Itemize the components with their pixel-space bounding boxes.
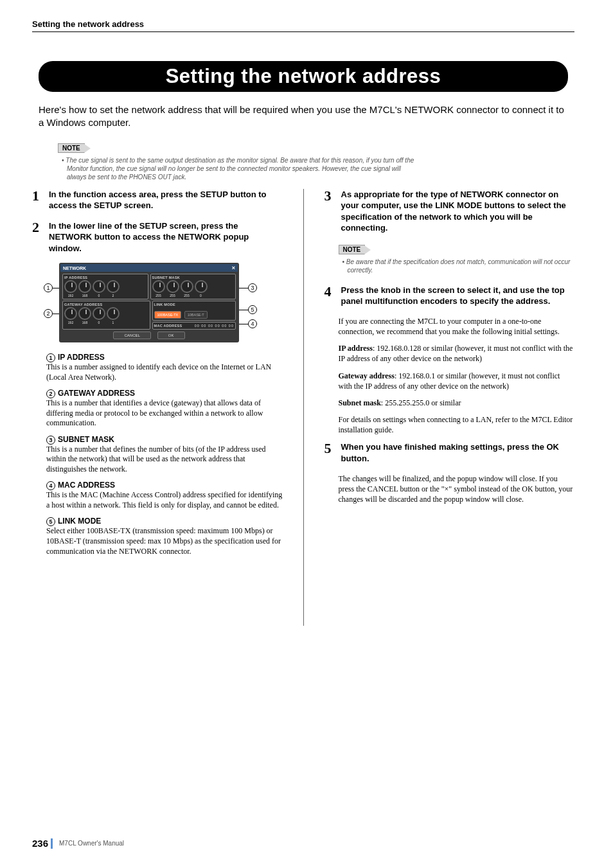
step-5: 5 When you have finished making settings…: [324, 441, 575, 464]
callout-2: 2: [44, 309, 53, 318]
subnet-mask-section: SUBNET MASK 255 255 255 0: [150, 274, 236, 299]
two-column-layout: 1 In the function access area, press the…: [32, 189, 574, 626]
subnet-value: 0: [195, 294, 208, 297]
subnet-value: 255: [152, 294, 165, 297]
ip-address-label: IP ADDRESS: [64, 276, 147, 279]
mac-address-label: MAC ADDRESS: [154, 324, 182, 328]
subnet-knob-1[interactable]: [152, 280, 165, 293]
step-4-lan-note: For details on settings when connecting …: [339, 414, 575, 435]
callout-line: [239, 324, 248, 324]
page-number: 236: [32, 838, 48, 849]
link-mode-section: LINK MODE 100BASE-TX 10BASE-T: [152, 301, 236, 321]
step-number: 2: [32, 220, 44, 235]
ip-knob-1[interactable]: [64, 280, 77, 293]
header-rule: [32, 31, 574, 32]
close-icon[interactable]: ×: [232, 265, 235, 271]
top-note-box: NOTE The cue signal is sent to the same …: [58, 141, 574, 181]
gateway-knob-4[interactable]: [107, 307, 120, 320]
callout-line: [239, 310, 248, 310]
running-header: Setting the network address: [32, 19, 574, 29]
def-3-text: This is a number that defines the number…: [46, 445, 283, 475]
def-5-title: LINK MODE: [58, 517, 101, 526]
mac-address-value: 00 00 00 00 00 00: [195, 324, 234, 328]
column-divider: [303, 189, 304, 626]
gateway-value: 168: [78, 321, 91, 324]
gateway-value: 0: [93, 321, 105, 324]
def-4-title: MAC ADDRESS: [58, 481, 115, 490]
popup-title: NETWORK: [63, 266, 86, 270]
step-number: 5: [324, 441, 336, 456]
subnet-knob-4[interactable]: [195, 280, 208, 293]
link-mode-100base-button[interactable]: 100BASE-TX: [154, 311, 182, 319]
step-text: As appropriate for the type of NETWORK c…: [341, 189, 575, 234]
callout-3: 3: [248, 283, 257, 292]
step-3: 3 As appropriate for the type of NETWORK…: [324, 189, 575, 234]
ip-value: 168: [78, 294, 91, 297]
gateway-value: 1: [107, 321, 120, 324]
ip-value: 192: [64, 294, 77, 297]
step-number: 1: [32, 189, 44, 203]
gateway-value: 192: [64, 321, 77, 324]
callout-4: 4: [248, 319, 257, 328]
circled-1-icon: 1: [46, 353, 55, 362]
gateway-knob-3[interactable]: [93, 307, 105, 320]
ip-knob-3[interactable]: [93, 280, 105, 293]
def-4-text: This is the MAC (Machine Access Control)…: [46, 490, 283, 510]
network-popup-window: NETWORK × IP ADDRESS 192 168 0 2: [59, 263, 239, 342]
ip-knob-2[interactable]: [78, 280, 91, 293]
subnet-value: 255: [166, 294, 179, 297]
def-5-heading: 5LINK MODE: [46, 517, 283, 526]
callout-5: 5: [248, 305, 257, 314]
mac-address-section: MAC ADDRESS 00 00 00 00 00 00: [152, 322, 236, 330]
link-mode-10base-button[interactable]: 10BASE-T: [184, 311, 208, 319]
note-text: Be aware that if the specification does …: [342, 258, 575, 274]
step-4-subnet: Subnet mask: 255.255.255.0 or similar: [339, 398, 575, 408]
ip-value: 0: [93, 294, 105, 297]
ip-address-section: IP ADDRESS 192 168 0 2: [62, 274, 148, 299]
cancel-button[interactable]: CANCEL: [113, 332, 150, 339]
step-4: 4 Press the knob in the screen to select…: [324, 285, 575, 307]
step-4-body-a: If you are connecting the M7CL to your c…: [339, 316, 575, 337]
popup-body: IP ADDRESS 192 168 0 2 SUBNET MASK: [60, 272, 238, 341]
def-1-text: This is a number assigned to identify ea…: [46, 362, 283, 382]
gateway-knob-2[interactable]: [78, 307, 91, 320]
section-title-wrap: Setting the network address: [39, 61, 568, 92]
ip-knob-4[interactable]: [107, 280, 120, 293]
ok-button[interactable]: OK: [157, 332, 185, 339]
step-5-body: The changes will be finalized, and the p…: [339, 474, 575, 505]
right-column: 3 As appropriate for the type of NETWORK…: [324, 189, 575, 626]
def-4-heading: 4MAC ADDRESS: [46, 481, 283, 490]
gateway-address-label: GATEWAY ADDRESS: [64, 303, 148, 306]
link-mode-label: LINK MODE: [154, 303, 235, 306]
def-1-heading: 1IP ADDRESS: [46, 353, 283, 362]
note-tab: NOTE: [339, 245, 366, 254]
def-2-text: This is a number that identifies a devic…: [46, 398, 283, 429]
gateway-knob-1[interactable]: [64, 307, 77, 320]
step-text: When you have finished making settings, …: [341, 441, 575, 464]
footer-manual-name: M7CL Owner's Manual: [59, 840, 124, 847]
gateway-address-section: GATEWAY ADDRESS 192 168 0 1: [62, 301, 150, 330]
step-1: 1 In the function access area, press the…: [32, 189, 283, 211]
popup-title-bar: NETWORK ×: [60, 264, 238, 272]
callout-1: 1: [44, 283, 53, 292]
def-3-title: SUBNET MASK: [58, 435, 114, 444]
callout-line: [239, 288, 248, 288]
step-number: 4: [324, 285, 336, 299]
subnet-knob-2[interactable]: [166, 280, 179, 293]
step-number: 3: [324, 189, 336, 203]
subnet-mask-label: SUBNET MASK: [152, 276, 235, 279]
def-1-title: IP ADDRESS: [58, 353, 105, 362]
intro-paragraph: Here's how to set the network address th…: [39, 103, 568, 130]
right-note-box: NOTE Be aware that if the specification …: [339, 243, 575, 274]
def-3-heading: 3SUBNET MASK: [46, 435, 283, 445]
ip-value: 2: [107, 294, 120, 297]
subnet-knob-3[interactable]: [181, 280, 193, 293]
footer-bar-icon: [51, 838, 53, 849]
step-text: Press the knob in the screen to select i…: [341, 285, 575, 307]
def-5-text: Select either 100BASE-TX (transmission s…: [46, 526, 283, 556]
left-column: 1 In the function access area, press the…: [32, 189, 283, 626]
network-popup-figure: 1 2 3 4 5 NETWORK × IP ADDRESS: [44, 263, 262, 342]
step-4-ip: IP address: 192.168.0.128 or similar (ho…: [339, 343, 575, 364]
circled-3-icon: 3: [46, 436, 55, 445]
step-text: In the function access area, press the S…: [49, 189, 283, 211]
